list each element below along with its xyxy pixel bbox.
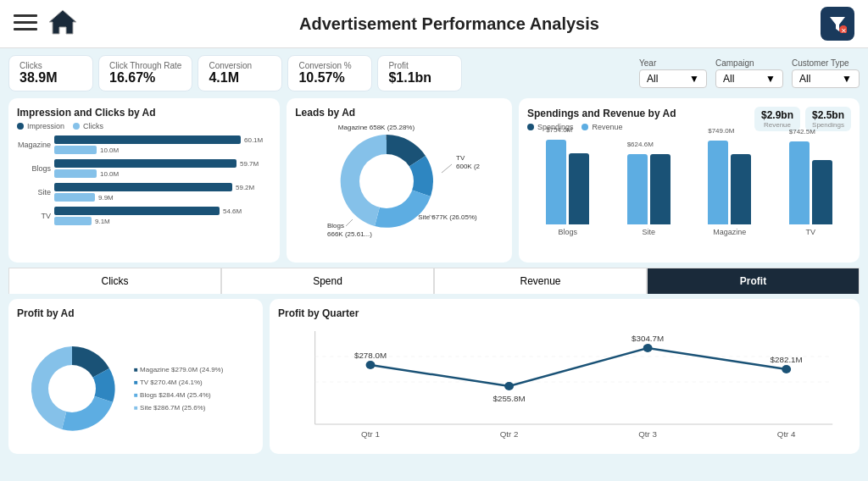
profit-by-ad-chart: Profit by Ad ■ Magazine $27 xyxy=(8,299,263,454)
home-icon[interactable] xyxy=(47,7,78,41)
header-left xyxy=(14,7,78,41)
svg-rect-0 xyxy=(14,14,37,17)
kpi-profit: Profit $1.1bn xyxy=(377,55,462,91)
kpi-clicks: Clicks 38.9M xyxy=(8,55,93,91)
profit-ad-blogs: ■ Blogs $284.4M (25.4%) xyxy=(134,391,223,399)
svg-line-15 xyxy=(442,164,452,173)
svg-text:$278.0M: $278.0M xyxy=(354,351,387,360)
legend-spendings-dot xyxy=(527,124,534,130)
legend-clicks-label: Clicks xyxy=(83,122,103,130)
profit-by-ad-title: Profit by Ad xyxy=(17,307,254,319)
revenue-bars-container: $754.0M Blogs $624.6M Site $749.0M Magaz… xyxy=(527,135,851,236)
impression-bar-chart: Magazine 60.1M 10.0M Blogs 59.7M xyxy=(17,135,271,225)
revenue-bar xyxy=(789,141,810,224)
bar-row: Blogs 59.7M 10.0M xyxy=(17,159,271,178)
filter-campaign: Campaign All ▼ xyxy=(715,58,783,88)
impression-val: 60.1M xyxy=(244,136,263,144)
profit-ad-blogs-label: Blogs $284.4M (25.4%) xyxy=(140,391,211,399)
kpi-clicks-value: 38.9M xyxy=(19,70,82,86)
kpi-conversion-label: Conversion xyxy=(209,61,271,70)
impression-bar xyxy=(54,159,236,168)
tab-profit[interactable]: Profit xyxy=(647,268,860,294)
impression-clicks-legend: Impression Clicks xyxy=(17,122,271,130)
rev-bar-group: $754.0M Blogs xyxy=(534,140,602,236)
rev-val-label: $624.6M xyxy=(627,141,654,148)
hamburger-icon[interactable] xyxy=(14,10,37,37)
legend-impression-dot xyxy=(17,123,24,130)
kpi-conversion: Conversion 4.1M xyxy=(198,55,282,91)
revenue-bar xyxy=(708,141,728,224)
svg-text:$304.7M: $304.7M xyxy=(632,334,664,343)
bar-row-label: TV xyxy=(17,212,51,220)
clicks-val: 10.0M xyxy=(100,170,119,178)
legend-revenue-dot xyxy=(581,124,588,130)
profit-ad-site: ■ Site $286.7M (25.6%) xyxy=(134,404,223,412)
svg-text:600K (23.05...): 600K (23.05...) xyxy=(456,163,480,170)
svg-text:✕: ✕ xyxy=(841,27,847,33)
profit-line-chart: $278.0M $255.8M $304.7M $282.1M Qtr 1 Qt… xyxy=(278,323,851,454)
impression-val: 59.7M xyxy=(240,160,259,168)
filter-customer-type-select[interactable]: All ▼ xyxy=(792,69,860,88)
profit-ad-magazine-label: Magazine $279.0M (24.9%) xyxy=(140,366,223,373)
profit-ad-site-label: Site $286.7M (25.6%) xyxy=(140,404,205,412)
profit-donut-svg xyxy=(17,334,127,444)
rev-val-label: $742.5M xyxy=(789,128,815,135)
svg-text:Qtr 1: Qtr 1 xyxy=(361,429,380,439)
impression-bar xyxy=(54,135,241,144)
kpi-ctr-value: 16.67% xyxy=(109,70,181,86)
impression-bar xyxy=(54,207,220,215)
svg-text:$282.1M: $282.1M xyxy=(771,355,803,364)
charts-bottom-row: Profit by Ad ■ Magazine $27 xyxy=(0,294,868,459)
revenue-title: Spendings and Revenue by Ad xyxy=(527,108,676,119)
profit-by-ad-labels: ■ Magazine $279.0M (24.9%) ■ TV $270.4M … xyxy=(134,366,223,412)
svg-rect-1 xyxy=(14,21,37,24)
impression-clicks-title: Impression and Clicks by Ad xyxy=(17,107,271,119)
svg-text:TV: TV xyxy=(456,154,465,162)
svg-point-7 xyxy=(359,154,414,208)
impression-val: 59.2M xyxy=(236,184,254,191)
rev-bar-group: $624.6M Site xyxy=(615,154,682,236)
tab-clicks[interactable]: Clicks xyxy=(8,268,221,294)
tab-revenue[interactable]: Revenue xyxy=(434,268,647,294)
rev-bar-group: $749.0M Magazine xyxy=(696,141,764,236)
chevron-down-icon: ▼ xyxy=(689,73,699,85)
clicks-val: 9.9M xyxy=(98,194,114,202)
filter-year-label: Year xyxy=(639,58,707,68)
leads-donut: Magazine 658K (25.28%) TV 600K (23.05...… xyxy=(295,122,504,240)
filter-year: Year All ▼ xyxy=(639,58,707,88)
leads-donut-svg: Magazine 658K (25.28%) TV 600K (23.05...… xyxy=(319,118,480,245)
svg-text:Qtr 3: Qtr 3 xyxy=(638,429,657,439)
svg-point-25 xyxy=(643,344,653,352)
profit-by-quarter-title: Profit by Quarter xyxy=(278,307,851,319)
rev-val-label: $749.0M xyxy=(708,127,734,135)
clicks-val: 9.1M xyxy=(95,218,110,225)
bar-row-label: Site xyxy=(17,188,51,196)
svg-point-24 xyxy=(504,382,514,390)
bar-row-label: Blogs xyxy=(17,164,51,173)
kpi-profit-value: $1.1bn xyxy=(388,70,451,86)
legend-revenue-label: Revenue xyxy=(592,123,622,131)
spendings-total-value: $2.5bn xyxy=(812,109,844,121)
rev-val-label: $754.0M xyxy=(546,126,572,134)
filter-group: Year All ▼ Campaign All ▼ Customer Type … xyxy=(639,58,860,88)
page-title: Advertisement Performance Analysis xyxy=(78,14,821,34)
chevron-down-icon: ▼ xyxy=(842,73,852,85)
kpi-profit-label: Profit xyxy=(388,61,451,70)
impression-val: 54.6M xyxy=(223,207,242,215)
kpi-conversion-pct: Conversion % 10.57% xyxy=(287,55,372,91)
spendings-bar xyxy=(569,153,589,224)
rev-bar-label: Magazine xyxy=(713,228,746,236)
svg-point-18 xyxy=(48,365,96,412)
filter-campaign-select[interactable]: All ▼ xyxy=(715,69,783,88)
svg-point-26 xyxy=(782,365,791,373)
revenue-total-value: $2.9bn xyxy=(761,109,793,121)
tab-spend[interactable]: Spend xyxy=(221,268,434,294)
impression-clicks-chart: Impression and Clicks by Ad Impression C… xyxy=(8,98,280,263)
filter-year-select[interactable]: All ▼ xyxy=(639,69,707,88)
filter-icon-button[interactable]: ✕ xyxy=(821,7,854,41)
svg-text:$255.8M: $255.8M xyxy=(493,394,526,403)
svg-text:Site 677K (26.05%): Site 677K (26.05%) xyxy=(418,213,477,221)
leads-title: Leads by Ad xyxy=(295,107,504,119)
legend-clicks: Clicks xyxy=(73,122,103,130)
profit-line-svg: $278.0M $255.8M $304.7M $282.1M Qtr 1 Qt… xyxy=(278,323,851,454)
